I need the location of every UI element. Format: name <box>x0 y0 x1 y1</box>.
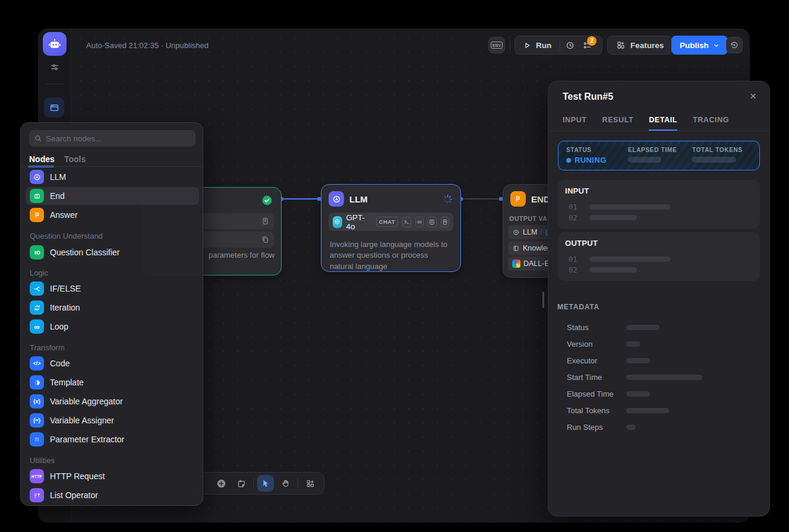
skeleton-bar <box>628 157 661 163</box>
metadata-row: Status <box>548 319 769 335</box>
output-var-name: LLM <box>523 228 537 236</box>
node-success-icon <box>261 195 273 206</box>
node-item-list-operator[interactable]: List Operator <box>26 486 199 504</box>
run-button-label: Run <box>536 41 551 50</box>
node-item-question-classifier[interactable]: Question Classifier <box>26 243 199 261</box>
time-gauge-icon <box>565 40 575 50</box>
panel-resize-handle[interactable] <box>542 292 544 308</box>
node-item-label: Parameter Extractor <box>50 435 124 444</box>
run-history-button[interactable] <box>565 40 575 50</box>
skeleton-bar <box>589 215 637 220</box>
metadata-label: Total Tokens <box>567 406 610 415</box>
tab-detail[interactable]: DETAIL <box>649 110 677 131</box>
checklist-button[interactable]: 2 <box>582 40 592 50</box>
question-classifier-icon <box>30 245 44 259</box>
running-spinner-icon <box>442 194 453 205</box>
iteration-icon <box>30 300 44 315</box>
node-item-variable-aggregator[interactable]: {x} Variable Aggregator <box>26 392 199 410</box>
node-item-label: Question Classifier <box>50 248 120 257</box>
run-panel-tabs: INPUT RESULT DETAIL TRACING <box>548 110 769 131</box>
tabs-divider <box>21 166 203 167</box>
loop-icon: ∞ <box>30 319 44 334</box>
close-icon[interactable]: × <box>750 90 756 103</box>
edge-start-to-llm <box>282 198 321 200</box>
output-var-name: Knowled <box>523 244 551 252</box>
end-node-icon <box>510 191 526 207</box>
toolbar-divider <box>298 479 298 488</box>
node-item-end[interactable]: End <box>26 187 199 205</box>
output-card: OUTPUT 01 02 <box>558 232 760 281</box>
tab-tracing[interactable]: TRACING <box>693 110 729 131</box>
workflow-settings-button[interactable] <box>45 57 65 77</box>
variable-assigner-icon: {=} <box>30 413 44 428</box>
llm-model-row[interactable]: GPT-4o CHAT <box>329 213 453 231</box>
add-note-button[interactable] <box>233 475 250 492</box>
node-item-http-request[interactable]: HTTP HTTP Request <box>26 467 199 485</box>
skeleton-bar <box>626 391 650 397</box>
start-node-description: parameters for flow <box>209 250 279 261</box>
run-button[interactable]: Run <box>523 41 551 50</box>
node-item-code[interactable]: </> Code <box>26 354 199 372</box>
end-icon <box>30 189 44 203</box>
search-input[interactable] <box>46 134 191 143</box>
edge-llm-to-end <box>461 198 503 200</box>
publish-button[interactable]: Publish <box>671 36 728 55</box>
skeleton-bar <box>626 325 659 330</box>
metadata-row: Version <box>548 335 769 352</box>
run-panel-title: Test Run#5 <box>563 91 613 102</box>
metadata-title: METADATA <box>557 303 599 311</box>
field-copy-icon <box>261 235 270 244</box>
cursor-icon <box>261 479 270 488</box>
env-button[interactable]: ENV <box>488 37 505 53</box>
code-icon: </> <box>30 356 44 370</box>
node-item-llm[interactable]: LLM <box>26 168 199 186</box>
hand-mode-button[interactable] <box>277 475 294 492</box>
gpt-model-icon <box>333 216 342 228</box>
node-item-variable-assigner[interactable]: {=} Variable Assigner <box>26 411 199 429</box>
metadata-label: Start Time <box>567 373 602 382</box>
tab-nodes[interactable]: Nodes <box>29 154 55 164</box>
output-card-title: OUTPUT <box>565 239 598 248</box>
node-item-iteration[interactable]: Iteration <box>26 299 199 316</box>
node-item-template[interactable]: Template <box>26 373 199 391</box>
features-button[interactable]: Features <box>607 36 673 55</box>
version-history-button[interactable] <box>726 37 743 53</box>
node-item-label: Variable Aggregator <box>50 397 123 406</box>
llm-node-header: LLM <box>329 191 368 207</box>
add-node-button[interactable] <box>213 475 229 492</box>
node-item-answer[interactable]: Answer <box>26 206 199 224</box>
vision-capability-icon <box>402 217 411 227</box>
node-item-if-else[interactable]: IF/ELSE <box>26 280 199 297</box>
node-item-loop[interactable]: ∞ Loop <box>26 318 199 335</box>
tab-result[interactable]: RESULT <box>602 110 634 131</box>
sliders-icon <box>49 62 60 72</box>
skeleton-bar <box>626 425 636 430</box>
dalle-icon <box>512 259 520 268</box>
metadata-row: Run Steps <box>548 419 769 435</box>
row-index: 02 <box>569 214 577 222</box>
var-separator: / <box>540 228 542 236</box>
skeleton-bar <box>589 267 637 273</box>
organize-nodes-button[interactable] <box>302 475 318 492</box>
skeleton-bar <box>589 204 670 210</box>
node-search-panel: Nodes Tools LLM End Answer Question Unde… <box>20 122 203 506</box>
pointer-mode-button[interactable] <box>257 475 274 492</box>
skeleton-bar <box>626 358 650 363</box>
llm-node[interactable]: LLM GPT-4o CHAT <box>321 184 461 272</box>
autosave-status: Auto-Saved 21:02:35 · Unpublished <box>86 41 209 50</box>
tab-tools[interactable]: Tools <box>64 154 86 164</box>
node-item-parameter-extractor[interactable]: Parameter Extractor <box>26 430 199 448</box>
history-restore-icon <box>730 40 739 50</box>
app-logo-robot-icon[interactable] <box>43 32 67 56</box>
features-button-label: Features <box>630 41 664 50</box>
tab-input[interactable]: INPUT <box>563 110 587 131</box>
node-item-label: LLM <box>50 172 66 182</box>
file-capability-icon <box>441 217 449 227</box>
search-icon <box>34 134 42 142</box>
variable-aggregator-icon: {x} <box>30 394 44 408</box>
node-item-label: End <box>50 191 65 201</box>
answer-icon <box>30 208 44 222</box>
hand-icon <box>281 479 291 488</box>
row-index: 02 <box>569 266 577 274</box>
preview-window-button[interactable] <box>44 97 64 118</box>
